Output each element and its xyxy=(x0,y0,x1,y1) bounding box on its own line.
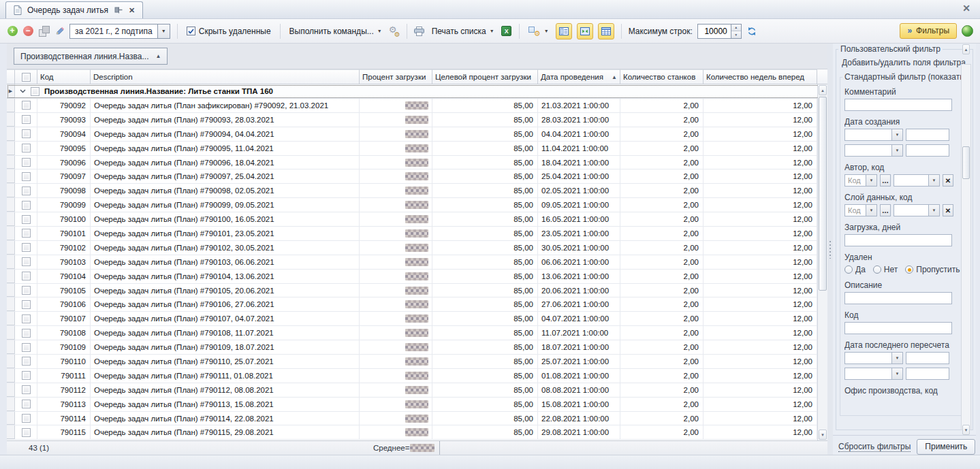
scroll-up-icon[interactable]: ▲ xyxy=(819,85,827,95)
table-row[interactable]: 790109 Очередь задач литья (План) #79010… xyxy=(7,340,827,355)
row-checkbox[interactable] xyxy=(15,184,37,197)
row-checkbox[interactable] xyxy=(15,241,37,255)
row-checkbox[interactable] xyxy=(15,127,37,141)
row-checkbox[interactable] xyxy=(15,255,37,269)
comment-input[interactable] xyxy=(844,99,952,111)
table-row[interactable]: 790093 Очередь задач литья (План) #79009… xyxy=(7,113,827,127)
row-checkbox[interactable] xyxy=(15,297,37,311)
remove-button[interactable]: − xyxy=(22,26,33,37)
row-checkbox[interactable] xyxy=(15,99,37,112)
row-checkbox[interactable] xyxy=(15,227,37,240)
grid-settings-button[interactable]: ⚙ ▼ xyxy=(526,25,551,38)
table-row[interactable]: 790105 Очередь задач литья (План) #79010… xyxy=(7,284,827,298)
recalc-from-operator[interactable]: ▼ xyxy=(844,352,903,364)
table-row[interactable]: 790104 Очередь задач литья (План) #79010… xyxy=(7,270,827,284)
group-row[interactable]: ▶ Производственная линия.Название: Литье… xyxy=(7,84,827,99)
toggle-details-view-button[interactable] xyxy=(556,23,572,39)
table-row[interactable]: 790092 Очередь задач литья (План зафикси… xyxy=(7,99,827,113)
table-row[interactable]: 790113 Очередь задач литья (План) #79011… xyxy=(7,398,827,412)
row-checkbox[interactable] xyxy=(15,156,37,169)
edit-button[interactable] xyxy=(54,26,65,37)
table-row[interactable]: 790110 Очередь задач литья (План) #79011… xyxy=(7,355,827,369)
author-lookup-button[interactable]: … xyxy=(880,174,891,187)
table-row[interactable]: 790102 Очередь задач литья (План) #79010… xyxy=(7,241,827,255)
layer-code-combo[interactable]: Код▼ xyxy=(844,204,877,216)
tab-close-icon[interactable]: ✕ xyxy=(127,6,136,15)
recalc-from-input[interactable] xyxy=(906,352,949,364)
table-row[interactable]: 790108 Очередь задач литья (План) #79010… xyxy=(7,326,827,340)
row-checkbox[interactable] xyxy=(15,326,37,340)
row-checkbox[interactable] xyxy=(15,212,37,226)
table-row[interactable]: 790099 Очередь задач литья (План) #79009… xyxy=(7,198,827,212)
scrollbar-thumb[interactable] xyxy=(962,146,970,179)
load-days-input[interactable] xyxy=(844,234,952,246)
row-checkbox[interactable] xyxy=(15,142,37,155)
copy-button[interactable] xyxy=(38,26,49,37)
author-clear-icon[interactable]: ✕ xyxy=(943,174,953,187)
row-checkbox[interactable] xyxy=(15,369,37,383)
status-green-indicator[interactable] xyxy=(962,25,973,37)
column-header-weeks[interactable]: Количество недель вперед xyxy=(704,69,817,84)
window-close-icon[interactable]: ✕ xyxy=(962,3,970,13)
filters-button[interactable]: » Фильтры xyxy=(900,23,957,39)
scroll-down-icon[interactable]: ▼ xyxy=(819,430,827,440)
max-rows-stepper[interactable]: ▲▼ xyxy=(697,24,742,39)
scroll-down-icon[interactable]: ▼ xyxy=(962,425,970,435)
select-all-checkbox[interactable] xyxy=(15,69,37,84)
column-header-percent[interactable]: Процент загрузки xyxy=(360,69,432,84)
run-commands-button[interactable]: Выполнить команды... ▼ xyxy=(287,25,384,37)
scrollbar-thumb[interactable] xyxy=(819,97,827,291)
column-header-description[interactable]: Description xyxy=(91,69,360,84)
radio-no[interactable]: Нет xyxy=(873,265,898,274)
table-vertical-scrollbar[interactable]: ▲ ▼ xyxy=(817,84,827,440)
spin-up-icon[interactable]: ▲ xyxy=(731,25,741,32)
printer-icon[interactable] xyxy=(414,26,425,37)
table-row[interactable]: 790101 Очередь задач литья (План) #79010… xyxy=(7,227,827,241)
layer-clear-icon[interactable]: ✕ xyxy=(943,204,953,216)
column-header-code[interactable]: Код xyxy=(37,69,91,84)
row-checkbox[interactable] xyxy=(15,169,37,183)
author-code-combo[interactable]: Код▼ xyxy=(844,174,877,187)
table-row[interactable]: 790106 Очередь задач литья (План) #79010… xyxy=(7,297,827,312)
row-checkbox[interactable] xyxy=(15,312,37,325)
table-row[interactable]: 790114 Очередь задач литья (План) #79011… xyxy=(7,412,827,426)
row-checkbox[interactable] xyxy=(15,113,37,127)
panel-vertical-scrollbar[interactable]: ▲ ▼ xyxy=(961,64,971,430)
created-to-operator[interactable]: ▼ xyxy=(844,144,903,157)
table-row[interactable]: 790095 Очередь задач литья (План) #79009… xyxy=(7,142,827,156)
row-checkbox[interactable] xyxy=(15,284,37,297)
description-input[interactable] xyxy=(844,292,952,304)
excel-export-icon[interactable]: X xyxy=(501,26,512,37)
layer-value-combo[interactable]: ▼ xyxy=(894,204,940,216)
table-row[interactable]: 790107 Очередь задач литья (План) #79010… xyxy=(7,312,827,326)
table-row[interactable]: 790115 Очередь задач литья (План) #79011… xyxy=(7,425,827,440)
chevron-down-icon[interactable]: ▼ xyxy=(158,24,170,39)
recalc-to-input[interactable] xyxy=(906,368,949,380)
row-checkbox[interactable] xyxy=(15,412,37,425)
reset-filters-link[interactable]: Сбросить фильтры xyxy=(838,442,911,452)
row-checkbox[interactable] xyxy=(15,425,37,439)
created-from-input[interactable] xyxy=(906,129,949,141)
row-checkbox[interactable] xyxy=(15,355,37,368)
hide-deleted-checkbox[interactable]: Скрыть удаленные xyxy=(185,25,273,37)
row-checkbox[interactable] xyxy=(15,383,37,397)
column-header-target[interactable]: Целевой процент загрузки xyxy=(432,69,538,84)
table-row[interactable]: 790096 Очередь задач литья (План) #79009… xyxy=(7,156,827,170)
row-checkbox[interactable] xyxy=(15,198,37,212)
author-value-combo[interactable]: ▼ xyxy=(894,174,940,187)
toggle-grid-view-button[interactable] xyxy=(598,23,614,39)
created-from-operator[interactable]: ▼ xyxy=(844,129,903,141)
apply-button[interactable]: Применить xyxy=(917,439,975,455)
toggle-fit-width-button[interactable] xyxy=(577,23,593,39)
group-checkbox[interactable] xyxy=(31,87,39,96)
pin-icon[interactable] xyxy=(112,5,123,16)
panel-splitter[interactable] xyxy=(827,44,833,455)
row-checkbox[interactable] xyxy=(15,270,37,283)
radio-skip[interactable]: Пропустить xyxy=(905,265,960,274)
tab-queue[interactable]: Очередь задач литья ✕ xyxy=(5,1,143,18)
table-row[interactable]: 790112 Очередь задач литья (План) #79011… xyxy=(7,383,827,398)
table-row[interactable]: 790111 Очередь задач литья (План) #79011… xyxy=(7,369,827,383)
add-remove-fields-link[interactable]: Добавить/удалить поля фильтра xyxy=(842,58,966,67)
created-to-input[interactable] xyxy=(906,144,949,157)
layer-lookup-button[interactable]: … xyxy=(880,204,891,216)
